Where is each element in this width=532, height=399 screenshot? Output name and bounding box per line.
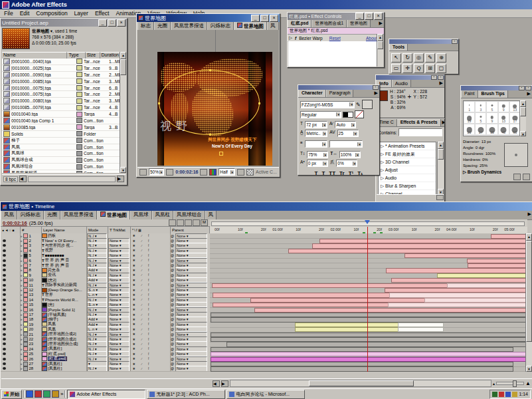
view-select[interactable]: Active C... (256, 170, 277, 174)
layer-anchor-point[interactable] (219, 152, 223, 156)
layer-name[interactable]: 与世界同步 视... (45, 243, 74, 248)
layer-name-cell[interactable]: T与世界同步 视... (42, 243, 87, 248)
info-tab-Audio[interactable]: Audio (392, 80, 411, 87)
eye-icon[interactable] (3, 323, 6, 326)
av-switches[interactable] (1, 297, 21, 302)
layer-name[interactable]: [光2] (48, 278, 56, 283)
label-chip[interactable] (23, 263, 28, 268)
ec-tab-红底.psd[interactable]: 红底.psd (288, 20, 311, 27)
eye-icon[interactable] (3, 309, 6, 311)
timeline-tab-凤凰球[interactable]: 凤凰球 (130, 211, 152, 219)
av-switches[interactable] (1, 327, 21, 332)
layer-name-cell[interactable]: [Deep Orange So... (42, 287, 87, 292)
stroke-color-swatch[interactable] (355, 110, 364, 118)
brush-tip[interactable]: 19 (464, 112, 475, 124)
av-switches[interactable] (1, 248, 21, 253)
pickwhip-icon[interactable]: @ (171, 293, 174, 297)
label-chip[interactable] (23, 253, 28, 258)
pickwhip-icon[interactable]: @ (171, 327, 174, 331)
switches-cell[interactable]: ✱ ∕ f (131, 322, 171, 327)
brush-tip[interactable]: 21 (464, 124, 475, 135)
layer-name[interactable]: 凤凰 (48, 322, 56, 327)
av-switches[interactable] (1, 233, 21, 238)
viewer-timecode[interactable]: 0:00:02:16 (175, 170, 198, 174)
av-switches[interactable] (1, 238, 21, 243)
switches-cell[interactable]: ✱ ∕ f (131, 317, 171, 322)
parent-select[interactable]: None ▾ (175, 332, 207, 336)
layer-name-cell[interactable]: T世 界 的 声 音 (42, 258, 87, 263)
layer-name-cell[interactable]: [梯子] (42, 317, 87, 322)
mode-select[interactable]: N..l ▾ (87, 258, 107, 263)
expander-icon[interactable]: ▹ (21, 239, 23, 243)
label-chip[interactable] (23, 366, 28, 371)
tool-selection[interactable]: ↖ (391, 53, 401, 63)
parent-select[interactable]: None ▾ (175, 273, 207, 277)
current-time-display[interactable]: 0:00:02:16 (3, 220, 27, 226)
effects-vscrollbar[interactable]: ▲▼ (437, 142, 444, 195)
minimize-button[interactable]: _ (251, 15, 260, 22)
composition-image[interactable]: 视野 與世界同步 視野縱橫天下 New's Of Every Day (157, 52, 272, 166)
layer-name[interactable]: 闪光条 (48, 268, 60, 273)
av-switches[interactable] (1, 273, 21, 277)
tab-tools[interactable]: Tools (389, 44, 408, 51)
av-switches[interactable] (1, 293, 21, 297)
effect-controls-titlebar[interactable]: 红底.psd • Effect Controls _□× (288, 13, 384, 20)
effect-controls-vscrollbar[interactable]: ▲ (377, 34, 383, 66)
mode-select[interactable]: N..l ▾ (87, 297, 107, 302)
av-switches[interactable] (1, 336, 21, 341)
eye-icon[interactable] (3, 284, 6, 287)
eye-icon[interactable] (3, 367, 6, 370)
switches-cell[interactable]: ✱ ∕ f (131, 361, 171, 366)
layer-name-cell[interactable]: [光] (42, 303, 87, 307)
expander-icon[interactable]: ▹ (21, 288, 23, 292)
pickwhip-icon[interactable]: @ (171, 249, 174, 253)
av-switches[interactable] (1, 332, 21, 336)
antivirus-icon[interactable] (512, 392, 517, 397)
pickwhip-icon[interactable]: @ (171, 366, 174, 370)
mode-select[interactable]: N..l ▾ (87, 342, 107, 346)
frame-blend-icon[interactable] (193, 219, 200, 226)
parent-select[interactable]: None ▾ (175, 342, 207, 346)
expander-icon[interactable]: ▹ (21, 293, 23, 297)
start-button[interactable]: 开始 (1, 390, 22, 399)
parent-select[interactable]: None ▾ (175, 346, 207, 351)
pickwhip-icon[interactable]: @ (171, 313, 174, 317)
maximize-button[interactable]: □ (365, 13, 373, 20)
pickwhip-icon[interactable]: @ (171, 362, 174, 366)
eye-icon[interactable] (3, 279, 6, 281)
layer-name[interactable]: [Deep Orange So... (48, 288, 82, 292)
trkmat-select[interactable]: None ▾ (108, 366, 130, 371)
label-chip[interactable] (23, 243, 28, 248)
mode-select[interactable]: N..l ▾ (87, 336, 107, 341)
tool-pen[interactable]: ✎ (425, 53, 435, 63)
expander-icon[interactable]: ▹ (21, 357, 23, 361)
av-switches[interactable] (1, 352, 21, 356)
mode-select[interactable]: N..l ▾ (87, 332, 107, 336)
project-row[interactable]: 凤凰球合成Com...tionΔ 0:...3:0 (2, 157, 121, 164)
maximize-button[interactable]: □ (108, 19, 116, 27)
tab-overflow-arrow[interactable]: ▶ (441, 119, 444, 126)
av-switches[interactable] (1, 342, 21, 346)
parent-select[interactable]: None ▾ (175, 322, 207, 327)
project-row[interactable]: [0010000...0075].tgaTar...nce6...BΔ 0:..… (2, 85, 121, 92)
mode-select[interactable]: N..l ▾ (87, 352, 107, 356)
layer-name-cell[interactable]: [平铺凤凰] (42, 312, 87, 317)
brush-tip[interactable]: 3 (475, 101, 486, 112)
vscale-field[interactable]: 75%▾ (307, 151, 328, 158)
label-chip[interactable] (23, 337, 28, 342)
eye-icon[interactable] (3, 249, 6, 252)
switches-cell[interactable]: ✱ ∕ f (131, 336, 171, 341)
prop-value[interactable]: 25% (478, 164, 488, 168)
timeline-zoom-slider[interactable] (496, 382, 524, 385)
trkmat-select[interactable]: None ▾ (108, 327, 130, 332)
trkmat-select[interactable]: None ▾ (108, 356, 130, 361)
trkmat-select[interactable]: None ▾ (108, 273, 130, 277)
layer-name-cell[interactable]: [凤凰柱] (42, 366, 87, 371)
font-size-field[interactable]: 72 px▾ (305, 121, 327, 128)
character-titlebar[interactable]: × (298, 85, 379, 90)
minimize-button[interactable]: _ (98, 19, 107, 27)
project-row[interactable]: [0010000...0075].tgaTar...nce2...MBΔ 0:.… (2, 91, 121, 98)
layer-name[interactable]: 世界 (45, 293, 53, 297)
label-chip[interactable] (23, 313, 28, 317)
parent-select[interactable]: None ▾ (175, 243, 207, 248)
